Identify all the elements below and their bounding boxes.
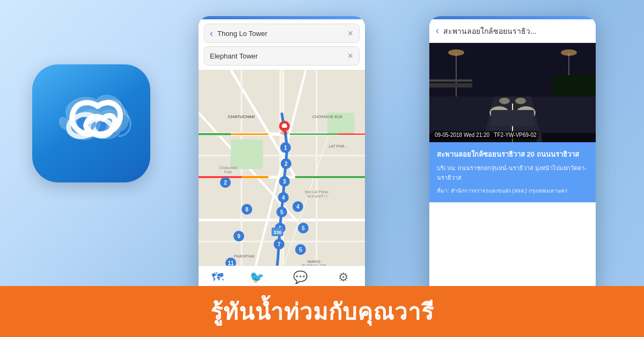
- svg-text:LAT PHR...: LAT PHR...: [329, 144, 348, 148]
- svg-text:CHATUCHAK: CHATUCHAK: [228, 114, 255, 119]
- app-icon: [32, 64, 150, 182]
- search-text-1[interactable]: Thong Lo Tower: [217, 30, 347, 38]
- info-title: สะพานลอยใกล้ซอยนราธิวาส 20 ถนนนราธิวาส: [437, 150, 588, 159]
- svg-point-85: [448, 49, 464, 56]
- svg-text:7: 7: [277, 241, 281, 247]
- search-bar-2: Elephant Tower ✕: [204, 46, 360, 65]
- right-phone-header: ‹ สะพานลอยใกล้ซอยนราธิว...: [429, 19, 596, 43]
- svg-point-83: [515, 98, 526, 104]
- svg-text:วัดลาดพร้าว: วัดลาดพร้าว: [306, 194, 327, 198]
- svg-rect-88: [429, 83, 472, 87]
- bottom-banner-text: รู้ทันน้ำท่วมกับคุณวารี: [210, 294, 434, 329]
- map-area[interactable]: 1 2 3 4 5 6 7 8 9 11 4 5: [199, 70, 365, 279]
- svg-text:Chatuchak: Chatuchak: [219, 166, 237, 170]
- svg-text:5: 5: [302, 225, 305, 231]
- camera-scene-svg: [429, 43, 596, 142]
- camera-feed: 09-05-2018 Wed 21:20 TF2-YW-VP69-02: [429, 43, 596, 142]
- right-phone-title: สะพานลอยใกล้ซอยนราธิว...: [443, 25, 537, 37]
- back-arrow-icon[interactable]: ‹: [210, 28, 213, 39]
- right-phone: ‹ สะพานลอยใกล้ซอยนราธิว...: [429, 16, 596, 295]
- svg-rect-81: [491, 110, 534, 126]
- map-svg: 1 2 3 4 5 6 7 8 9 11 4 5: [199, 70, 365, 279]
- svg-text:Park: Park: [224, 170, 232, 174]
- twitter-icon: 🐦: [250, 270, 264, 284]
- svg-text:5: 5: [280, 209, 283, 215]
- svg-text:4: 4: [296, 204, 299, 210]
- search-container: ‹ Thong Lo Tower ✕ Elephant Tower ✕: [199, 19, 365, 70]
- svg-text:2: 2: [224, 180, 227, 186]
- svg-text:2: 2: [284, 161, 288, 167]
- info-section: สะพานลอยใกล้ซอยนราธิวาส 20 ถนนนราธิวาส บ…: [429, 142, 596, 202]
- svg-rect-90: [553, 75, 596, 97]
- svg-text:336: 336: [273, 230, 281, 235]
- svg-text:4: 4: [282, 195, 285, 201]
- svg-text:5: 5: [299, 247, 302, 253]
- left-phone: ‹ Thong Lo Tower ✕ Elephant Tower ✕: [199, 16, 365, 295]
- info-desc-1: บริเวณ: ถนนราชกยกจุ่นหน์-นราธิวาส มุ่งหน…: [437, 164, 588, 182]
- svg-rect-89: [429, 79, 472, 82]
- clear-icon-2[interactable]: ✕: [347, 52, 354, 60]
- svg-text:8: 8: [245, 207, 248, 213]
- svg-text:3: 3: [283, 179, 286, 185]
- svg-text:Wat Lat Phrao: Wat Lat Phrao: [305, 190, 329, 194]
- camera-content: 09-05-2018 Wed 21:20 TF2-YW-VP69-02: [429, 43, 596, 142]
- clear-icon-1[interactable]: ✕: [347, 29, 354, 38]
- bottom-banner: รู้ทันน้ำท่วมกับคุณวารี: [0, 286, 644, 337]
- camera-timestamp: 09-05-2018 Wed 21:20 TF2-YW-VP69-02: [433, 131, 539, 139]
- svg-point-87: [561, 49, 577, 56]
- svg-rect-18: [231, 140, 263, 169]
- map-icon: 🗺: [211, 270, 223, 284]
- svg-point-3: [96, 121, 106, 131]
- app-logo-svg: [48, 89, 134, 158]
- setting-icon: ⚙: [338, 270, 349, 284]
- search-bar-1: ‹ Thong Lo Tower ✕: [204, 24, 360, 43]
- search-text-2[interactable]: Elephant Tower: [210, 52, 347, 60]
- svg-text:1: 1: [284, 145, 287, 151]
- svg-text:PHAYATHAI: PHAYATHAI: [234, 254, 254, 258]
- svg-text:CHORAKHE BUA: CHORAKHE BUA: [312, 115, 342, 119]
- svg-text:9: 9: [237, 233, 240, 239]
- chatbot-icon: 💬: [293, 270, 308, 284]
- right-back-arrow[interactable]: ‹: [436, 25, 439, 36]
- info-source: ที่มา: สำนักการจราจรและขนส่ง (สจส.) กรุง…: [437, 187, 588, 195]
- svg-rect-92: [542, 133, 596, 142]
- svg-point-82: [499, 98, 510, 104]
- app-icon-container: [32, 64, 150, 182]
